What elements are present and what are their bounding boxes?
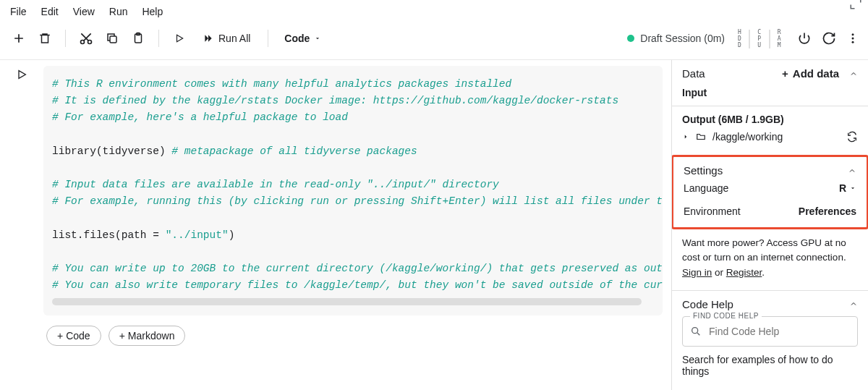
chevron-up-icon[interactable] (848, 166, 856, 175)
paste-button[interactable] (128, 28, 148, 48)
menu-file[interactable]: File (10, 6, 27, 17)
hdd-gauge: HDD (738, 29, 741, 48)
copy-button[interactable] (102, 28, 122, 48)
environment-preferences-button[interactable]: Preferences (799, 205, 856, 217)
folder-icon (695, 132, 707, 142)
cpu-gauge: CPU (757, 29, 761, 48)
code-cell[interactable]: # This R environment comes with many hel… (43, 66, 663, 315)
input-section-title: Input (682, 80, 858, 98)
menubar: File Edit View Run Help (0, 0, 868, 23)
right-sidebar: Data + Add data Input Output (6MB / 1.9G… (671, 60, 868, 390)
sync-icon[interactable] (846, 131, 858, 143)
signin-link[interactable]: Sign in (682, 267, 712, 278)
environment-label: Environment (684, 205, 741, 217)
svg-point-8 (692, 327, 698, 333)
session-status[interactable]: Draft Session (0m) (627, 33, 725, 44)
register-link[interactable]: Register (726, 267, 762, 278)
session-active-dot-icon (627, 35, 634, 42)
run-all-button[interactable]: Run All (195, 27, 258, 49)
svg-rect-2 (110, 36, 116, 43)
language-select[interactable]: R (839, 182, 856, 194)
menu-view[interactable]: View (73, 6, 95, 17)
language-label: Language (684, 182, 728, 194)
code-help-title: Code Help (682, 298, 733, 310)
cell-type-select[interactable]: Code (278, 33, 327, 44)
menu-help[interactable]: Help (142, 6, 163, 17)
power-note: Want more power? Access GPU at no cost o… (672, 229, 868, 291)
output-section-title: Output (6MB / 1.9GB) (682, 114, 858, 125)
chevron-right-icon[interactable] (682, 133, 689, 140)
chevron-up-icon[interactable] (849, 300, 858, 308)
svg-point-6 (852, 38, 854, 40)
settings-section-title: Settings (684, 164, 723, 177)
run-cell-gutter-icon[interactable] (16, 69, 27, 390)
delete-cell-button[interactable] (35, 28, 55, 48)
chevron-up-icon[interactable] (849, 69, 858, 78)
menu-run[interactable]: Run (109, 6, 128, 17)
restart-icon[interactable] (822, 31, 836, 46)
toolbar: Run All Code Draft Session (0m) HDD CPU … (0, 23, 868, 60)
more-icon[interactable] (846, 32, 859, 45)
ram-gauge: RAM (778, 29, 781, 48)
resource-gauges: HDD CPU RAM (738, 29, 781, 48)
find-code-help-label: FIND CODE HELP (690, 312, 762, 320)
add-markdown-cell-button[interactable]: + Markdown (109, 326, 186, 346)
svg-point-7 (852, 41, 854, 43)
find-code-help-hint: Search for examples of how to do things (682, 354, 858, 377)
add-code-cell-button[interactable]: + Code (46, 326, 101, 346)
search-icon (690, 326, 702, 337)
add-data-button[interactable]: + Add data (782, 67, 839, 80)
working-dir-path[interactable]: /kaggle/working (712, 131, 783, 143)
find-code-help-input[interactable] (683, 317, 857, 346)
cut-button[interactable] (76, 28, 96, 48)
expand-icon[interactable] (849, 0, 862, 10)
horizontal-scrollbar[interactable] (52, 298, 642, 305)
menu-edit[interactable]: Edit (41, 6, 59, 17)
svg-point-5 (852, 33, 854, 35)
data-section-title: Data (682, 67, 705, 80)
add-cell-button[interactable] (9, 28, 29, 48)
run-cell-button[interactable] (169, 28, 190, 48)
power-icon[interactable] (797, 31, 812, 46)
